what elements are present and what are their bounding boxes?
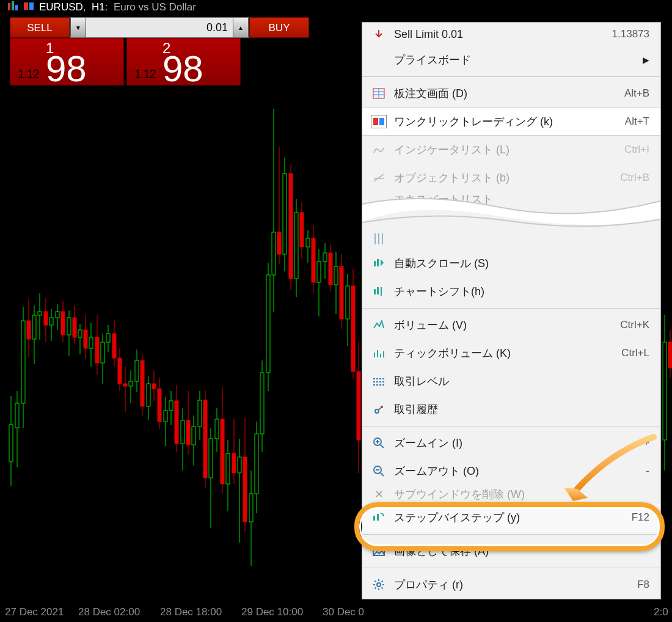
menu-cut-row[interactable] bbox=[362, 229, 660, 249]
svg-rect-34 bbox=[89, 337, 93, 348]
volume-up-button[interactable]: ▲ bbox=[233, 18, 249, 37]
svg-rect-86 bbox=[238, 457, 241, 473]
svg-rect-96 bbox=[266, 275, 270, 373]
menu-auto-scroll[interactable]: 自動スクロール (S) bbox=[362, 249, 660, 277]
svg-rect-78 bbox=[215, 419, 219, 439]
svg-rect-1 bbox=[12, 1, 14, 10]
svg-rect-52 bbox=[141, 360, 144, 406]
svg-rect-38 bbox=[101, 342, 104, 363]
svg-rect-114 bbox=[317, 262, 321, 282]
menu-sell-limit-price: 1.13873 bbox=[612, 28, 649, 40]
svg-rect-118 bbox=[329, 253, 332, 285]
menu-indicator-list: インジケータリスト (L) Ctrl+I bbox=[362, 136, 660, 164]
menu-chart-shift[interactable]: チャートシフト(h) bbox=[362, 277, 660, 306]
symbol-label: EURUSD bbox=[39, 1, 83, 13]
svg-point-167 bbox=[377, 583, 381, 587]
svg-rect-36 bbox=[95, 337, 99, 363]
buy-button[interactable]: BUY bbox=[249, 17, 309, 38]
volume-stepper[interactable]: ▼ ▲ bbox=[70, 17, 249, 38]
menu-trade-history[interactable]: 取引履歴 bbox=[362, 395, 660, 423]
svg-rect-0 bbox=[8, 3, 10, 10]
buy-price-box[interactable]: 1.12 98 2 bbox=[126, 38, 241, 86]
svg-rect-32 bbox=[84, 330, 87, 348]
menu-sell-limit-label: Sell Limit 0.01 bbox=[388, 28, 612, 41]
svg-rect-62 bbox=[169, 401, 173, 411]
svg-rect-92 bbox=[255, 434, 258, 494]
menu-step-by-step[interactable]: ステップバイステップ (y) F12 bbox=[362, 503, 660, 532]
menu-dom[interactable]: 板注文画面 (D) Alt+B bbox=[362, 79, 660, 108]
svg-rect-126 bbox=[351, 286, 355, 371]
svg-rect-82 bbox=[226, 453, 230, 484]
menu-zoom-in[interactable]: ズームイン (I) + bbox=[362, 429, 660, 457]
sell-price-box[interactable]: 1.12 98 1 bbox=[10, 38, 124, 86]
svg-line-174 bbox=[375, 587, 376, 588]
timeframe-label: H1 bbox=[92, 1, 105, 13]
svg-rect-98 bbox=[272, 232, 276, 275]
sell-button[interactable]: SELL bbox=[10, 17, 70, 38]
svg-rect-138 bbox=[379, 118, 384, 125]
svg-rect-106 bbox=[294, 213, 298, 279]
svg-rect-28 bbox=[73, 318, 76, 337]
svg-rect-48 bbox=[129, 381, 133, 386]
menu-trade-levels[interactable]: 取引レベル bbox=[362, 367, 660, 395]
svg-rect-12 bbox=[27, 321, 31, 339]
svg-rect-46 bbox=[123, 384, 127, 386]
svg-rect-16 bbox=[38, 312, 42, 315]
axis-tick-label: 29 Dec 10:00 bbox=[241, 606, 303, 618]
menu-price-board[interactable]: プライスボード ▶ bbox=[362, 46, 660, 74]
tickvolume-icon bbox=[370, 348, 388, 359]
menu-volume[interactable]: ボリューム (V) Ctrl+K bbox=[362, 311, 660, 339]
zoom-in-icon bbox=[370, 437, 388, 449]
svg-rect-94 bbox=[260, 373, 264, 434]
svg-rect-26 bbox=[67, 318, 71, 335]
svg-line-161 bbox=[381, 473, 384, 476]
svg-rect-24 bbox=[61, 312, 65, 335]
volume-input[interactable] bbox=[86, 18, 233, 37]
grid-icon bbox=[370, 233, 388, 244]
svg-rect-30 bbox=[78, 330, 82, 337]
axis-tick-label: 2:0 bbox=[654, 606, 668, 618]
svg-rect-58 bbox=[158, 389, 161, 422]
volume-icon bbox=[370, 320, 388, 331]
svg-rect-2 bbox=[15, 5, 18, 10]
volume-down-button[interactable]: ▼ bbox=[70, 18, 86, 37]
menu-separator bbox=[362, 534, 660, 535]
stepbystep-icon bbox=[370, 512, 388, 523]
menu-tick-volume[interactable]: ティックボリューム (K) Ctrl+L bbox=[362, 339, 660, 367]
svg-line-157 bbox=[381, 445, 384, 448]
menu-properties[interactable]: プロパティ (r) F8 bbox=[362, 571, 660, 599]
svg-rect-100 bbox=[277, 232, 281, 254]
svg-rect-122 bbox=[340, 266, 343, 319]
svg-rect-104 bbox=[289, 174, 293, 279]
svg-rect-80 bbox=[221, 419, 224, 484]
tradehistory-icon bbox=[370, 404, 388, 415]
svg-rect-60 bbox=[164, 411, 167, 422]
svg-rect-14 bbox=[32, 315, 36, 339]
svg-rect-72 bbox=[198, 400, 202, 426]
svg-rect-143 bbox=[377, 259, 379, 266]
bars-icon bbox=[7, 1, 18, 15]
menu-object-list: オブジェクトリスト (b) Ctrl+B bbox=[362, 164, 660, 192]
zoom-out-icon bbox=[370, 465, 388, 477]
gear-icon bbox=[370, 579, 388, 591]
menu-zoom-out[interactable]: ズームアウト (O) - bbox=[362, 457, 660, 485]
objects-icon bbox=[370, 172, 388, 183]
svg-rect-137 bbox=[373, 118, 378, 125]
svg-rect-120 bbox=[334, 266, 338, 285]
svg-rect-4 bbox=[29, 2, 34, 10]
svg-line-175 bbox=[381, 581, 382, 582]
menu-save-image[interactable]: 画像として保存 (A) bbox=[362, 537, 660, 565]
svg-rect-50 bbox=[135, 360, 139, 381]
menu-sell-limit[interactable]: Sell Limit 0.01 1.13873 bbox=[362, 23, 660, 46]
axis-tick-label: 28 Dec 18:00 bbox=[160, 606, 222, 618]
menu-oneclick[interactable]: ワンクリックトレーディング (k) Alt+T bbox=[362, 108, 660, 136]
menu-delete-subwindow: ✕ サブウインドウを削除 (W) bbox=[362, 485, 660, 503]
svg-rect-130 bbox=[663, 342, 667, 440]
svg-rect-88 bbox=[243, 457, 247, 522]
svg-rect-3 bbox=[24, 2, 28, 10]
svg-rect-42 bbox=[112, 334, 116, 358]
svg-rect-68 bbox=[186, 420, 190, 445]
svg-rect-164 bbox=[377, 514, 379, 521]
svg-rect-128 bbox=[357, 371, 360, 440]
svg-rect-18 bbox=[44, 312, 48, 325]
